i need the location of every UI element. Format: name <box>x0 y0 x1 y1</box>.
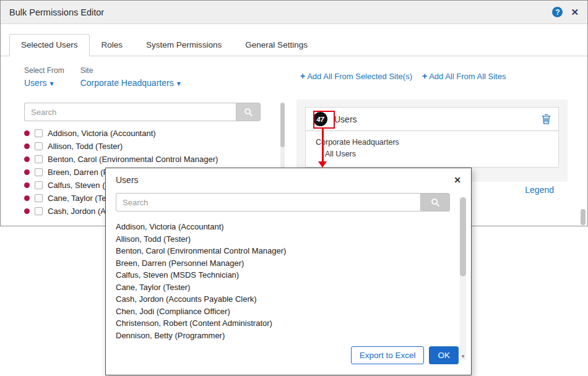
titlebar: Bulk Permissions Editor ? ✕ <box>1 1 587 24</box>
popup-user-name: Calfus, Steven (MSDS Technician) <box>116 270 239 280</box>
select-from-group: Select From Users▾ <box>24 66 64 88</box>
popup-user-name: Chen, Jodi (Compliance Officer) <box>116 307 230 316</box>
user-checkbox[interactable] <box>35 129 43 137</box>
search-icon <box>244 108 253 117</box>
filter-row: Select From Users▾ Site Corporate Headqu… <box>24 66 181 88</box>
popup-user-row: Dennison, Betty (Programmer) <box>116 330 461 342</box>
tab-bar: Selected Users Roles System Permissions … <box>1 24 587 56</box>
popup-search-input[interactable] <box>116 193 420 212</box>
dialog-scroll-thumb[interactable] <box>581 209 586 225</box>
delete-button[interactable] <box>542 114 551 124</box>
selection-card-body: Corporate Headquarters All Users <box>306 131 558 166</box>
select-from-value: Users <box>24 78 47 88</box>
site-label: Site <box>80 66 181 75</box>
dialog-title: Bulk Permissions Editor <box>9 7 104 17</box>
popup-user-row: Allison, Todd (Tester) <box>116 233 461 246</box>
plus-icon: + <box>300 71 305 81</box>
site-group: Site Corporate Headquarters▾ <box>80 66 181 88</box>
search-button[interactable] <box>236 103 261 121</box>
add-links: +Add All From Selected Site(s) +Add All … <box>300 71 506 81</box>
status-dot-icon <box>24 143 30 149</box>
user-checkbox[interactable] <box>35 168 43 176</box>
annotation-highlight-box <box>313 111 335 129</box>
search-icon <box>431 198 440 207</box>
popup-search-button[interactable] <box>420 193 450 212</box>
popup-user-name: Allison, Todd (Tester) <box>116 234 191 244</box>
status-dot-icon <box>24 156 30 162</box>
chevron-down-icon: ▾ <box>50 79 54 88</box>
help-icon[interactable]: ? <box>552 7 563 17</box>
site-dropdown[interactable]: Corporate Headquarters▾ <box>80 78 181 88</box>
popup-user-row: Benton, Carol (Environmental Control Man… <box>116 245 461 257</box>
user-name: Allison, Todd (Tester) <box>48 142 123 151</box>
user-checkbox[interactable] <box>35 181 43 189</box>
add-all-sites-link[interactable]: +Add All From All Sites <box>422 71 506 81</box>
tab-system-permissions[interactable]: System Permissions <box>134 34 233 56</box>
status-dot-icon <box>24 208 30 214</box>
selection-card-title: Users <box>334 114 357 124</box>
popup-scroll-thumb[interactable] <box>460 197 466 276</box>
plus-icon: + <box>422 71 427 81</box>
close-icon[interactable]: ✕ <box>571 7 579 18</box>
popup-user-name: Benton, Carol (Environmental Control Man… <box>116 246 286 255</box>
selection-scope: All Users <box>316 148 548 160</box>
selection-card-header: 47 Users <box>306 108 558 131</box>
select-from-label: Select From <box>24 66 64 75</box>
status-dot-icon <box>24 195 30 201</box>
popup-user-row: Breen, Darren (Personnel Manager) <box>116 257 461 270</box>
tab-general-settings[interactable]: General Settings <box>233 34 319 56</box>
users-popup: Users ✕ Addison, Victoria (Accountant) A… <box>105 168 472 375</box>
popup-user-row: Christenson, Robert (Content Administrat… <box>116 317 461 330</box>
popup-user-row: Cane, Taylor (Tester) <box>116 281 461 294</box>
add-all-selected-sites-link[interactable]: +Add All From Selected Site(s) <box>300 71 412 81</box>
popup-user-name: Cash, Jordon (Accounts Payable Clerk) <box>116 294 257 304</box>
popup-user-row: Calfus, Steven (MSDS Technician) <box>116 269 461 281</box>
chevron-down-icon: ▾ <box>177 79 181 88</box>
status-dot-icon <box>24 182 30 188</box>
status-dot-icon <box>24 130 30 136</box>
popup-user-row: Cash, Jordon (Accounts Payable Clerk) <box>116 293 461 306</box>
user-list-item[interactable]: Addison, Victoria (Accountant) <box>24 127 261 140</box>
annotation-arrow-line <box>322 129 324 162</box>
popup-user-name: Dennison, Betty (Programmer) <box>116 331 225 340</box>
user-name: Addison, Victoria (Accountant) <box>48 129 156 138</box>
popup-footer: Export to Excel OK <box>351 346 459 364</box>
tab-roles[interactable]: Roles <box>90 34 135 56</box>
popup-user-row: Addison, Victoria (Accountant) <box>116 221 461 233</box>
user-list-scroll-thumb[interactable] <box>280 103 285 147</box>
add-all-sites-label: Add All From All Sites <box>429 72 506 81</box>
user-checkbox[interactable] <box>35 142 43 150</box>
selection-site: Corporate Headquarters <box>316 137 548 148</box>
selection-card: 47 Users Corporate Headquarters All User… <box>305 107 559 168</box>
add-all-selected-sites-label: Add All From Selected Site(s) <box>307 72 412 81</box>
user-checkbox[interactable] <box>35 207 43 215</box>
trash-icon <box>542 114 551 124</box>
annotation-arrow-head <box>318 161 327 168</box>
status-dot-icon <box>24 169 30 175</box>
popup-close-icon[interactable]: ✕ <box>454 175 461 185</box>
user-list-item[interactable]: Allison, Todd (Tester) <box>24 140 261 153</box>
ok-button[interactable]: OK <box>429 346 459 364</box>
export-to-excel-button[interactable]: Export to Excel <box>351 346 425 364</box>
popup-user-name: Addison, Victoria (Accountant) <box>116 222 224 231</box>
user-checkbox[interactable] <box>35 194 43 202</box>
scroll-down-arrow-icon[interactable]: ▾ <box>460 353 466 359</box>
tab-selected-users[interactable]: Selected Users <box>9 34 90 56</box>
popup-title: Users <box>116 175 139 185</box>
popup-user-list: Addison, Victoria (Accountant) Allison, … <box>116 221 461 341</box>
popup-scrollbar: ▾ <box>460 197 466 360</box>
user-name: Benton, Carol (Environmental Control Man… <box>48 155 218 164</box>
popup-user-name: Cane, Taylor (Tester) <box>116 283 190 292</box>
user-list-item[interactable]: Benton, Carol (Environmental Control Man… <box>24 153 261 166</box>
search-input[interactable] <box>24 103 236 121</box>
select-from-dropdown[interactable]: Users▾ <box>24 78 64 88</box>
popup-search-row <box>116 193 450 212</box>
site-value: Corporate Headquarters <box>80 78 174 88</box>
user-checkbox[interactable] <box>35 155 43 163</box>
popup-user-row: Chen, Jodi (Compliance Officer) <box>116 306 461 318</box>
legend-link[interactable]: Legend <box>525 185 554 195</box>
popup-user-name: Breen, Darren (Personnel Manager) <box>116 258 244 268</box>
popup-header: Users ✕ <box>106 168 471 189</box>
popup-user-name: Christenson, Robert (Content Administrat… <box>116 318 272 328</box>
